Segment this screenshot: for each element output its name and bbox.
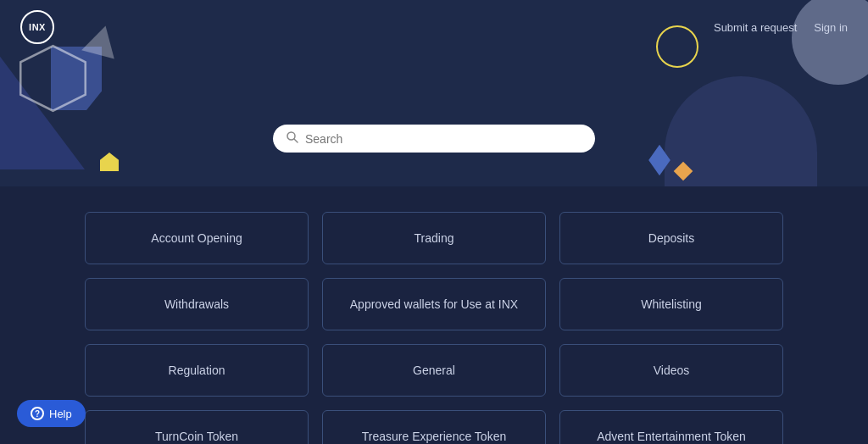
help-icon: ?	[31, 407, 44, 420]
category-grid-item[interactable]: Approved wallets for Use at INX	[322, 278, 546, 330]
category-grid-item[interactable]: Deposits	[559, 212, 783, 264]
category-grid-item[interactable]: Withdrawals	[85, 278, 309, 330]
help-label: Help	[49, 408, 72, 420]
category-grid: Account OpeningTradingDepositsWithdrawal…	[85, 212, 783, 444]
category-grid-item[interactable]: Whitelisting	[559, 278, 783, 330]
category-grid-item[interactable]: General	[322, 344, 546, 397]
nav-links: Submit a request Sign in	[714, 21, 848, 34]
deco-house	[100, 153, 119, 171]
svg-line-2	[294, 139, 298, 142]
search-container	[273, 125, 595, 153]
logo: INX	[20, 10, 54, 44]
help-button[interactable]: ? Help	[17, 400, 86, 427]
main-content: Account OpeningTradingDepositsWithdrawal…	[0, 186, 868, 444]
sign-in-link[interactable]: Sign in	[814, 21, 848, 34]
category-grid-item[interactable]: Videos	[559, 344, 783, 397]
search-bar	[273, 125, 595, 153]
category-grid-item[interactable]: Treasure Experience Token	[322, 410, 546, 444]
category-grid-item[interactable]: Account Opening	[85, 212, 309, 264]
search-input[interactable]	[305, 132, 581, 146]
category-grid-item[interactable]: Trading	[322, 212, 546, 264]
category-grid-item[interactable]: Regulation	[85, 344, 309, 397]
search-icon	[287, 131, 298, 146]
submit-request-link[interactable]: Submit a request	[714, 21, 797, 34]
svg-marker-0	[20, 46, 86, 111]
category-grid-item[interactable]: Advent Entertainment Token	[559, 410, 783, 444]
nav-bar: INX Submit a request Sign in	[0, 0, 868, 54]
header: INX Submit a request Sign in	[0, 0, 868, 186]
category-grid-item[interactable]: TurnCoin Token	[85, 410, 309, 444]
